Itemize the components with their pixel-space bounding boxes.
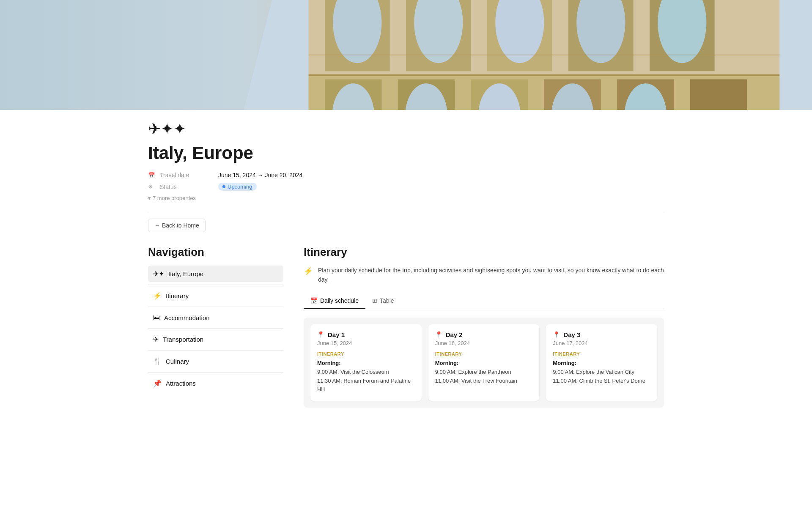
sidebar-item-italy-europe-label: Italy, Europe — [168, 270, 203, 277]
calendar-tab-icon: 📅 — [310, 297, 318, 304]
itinerary-tabs: 📅 Daily schedule ⊞ Table — [304, 293, 664, 309]
status-badge: Upcoming — [218, 183, 257, 191]
sidebar-item-italy-europe[interactable]: ✈✦ Italy, Europe — [148, 266, 283, 282]
bed-icon: 🛏 — [153, 314, 160, 321]
travel-date-row: 📅 Travel date June 15, 2024 → June 20, 2… — [148, 172, 664, 178]
divider — [148, 210, 664, 210]
sidebar-item-itinerary-label: Itinerary — [166, 292, 189, 299]
day-3-morning-label: Morning: — [553, 360, 650, 366]
back-to-home-button[interactable]: ← Back to Home — [148, 219, 206, 232]
navigation-title: Navigation — [148, 246, 283, 259]
status-dot — [222, 185, 225, 188]
day-card-2: 📍 Day 2 June 16, 2024 ITINERARY Morning:… — [428, 324, 540, 401]
day-cards-container: 📍 Day 1 June 15, 2024 ITINERARY Morning:… — [304, 318, 664, 408]
nav-divider-3 — [148, 328, 283, 329]
tab-daily-schedule[interactable]: 📅 Daily schedule — [304, 293, 365, 309]
status-label: Status — [160, 184, 215, 190]
more-properties-toggle[interactable]: ▾ 7 more properties — [148, 195, 664, 201]
main-layout: Navigation ✈✦ Italy, Europe ⚡ Itinerary … — [148, 246, 664, 408]
day-1-item-2: 11:30 AM: Roman Forum and Palatine Hill — [317, 377, 415, 393]
day-card-1: 📍 Day 1 June 15, 2024 ITINERARY Morning:… — [310, 324, 422, 401]
day-2-title: Day 2 — [446, 331, 463, 338]
nav-divider-4 — [148, 350, 283, 351]
status-row: ☀ Status Upcoming — [148, 183, 664, 191]
day-3-item-1: 9:00 AM: Explore the Vatican City — [553, 368, 650, 376]
lightning-info-icon: ⚡ — [304, 266, 313, 276]
day-2-item-2: 11:00 AM: Visit the Trevi Fountain — [435, 377, 533, 385]
fork-knife-icon: 🍴 — [153, 357, 162, 365]
nav-divider-2 — [148, 307, 283, 307]
day-3-itinerary-label: ITINERARY — [553, 351, 650, 356]
airplane-sparkle-icon: ✈✦ — [153, 270, 164, 278]
lightning-icon: ⚡ — [153, 292, 162, 300]
day-3-date: June 17, 2024 — [553, 340, 650, 346]
chevron-down-icon: ▾ — [148, 195, 151, 201]
status-icon: ☀ — [148, 184, 156, 190]
day-2-date: June 16, 2024 — [435, 340, 533, 346]
sidebar: Navigation ✈✦ Italy, Europe ⚡ Itinerary … — [148, 246, 283, 408]
day-1-itinerary-label: ITINERARY — [317, 351, 415, 356]
day-2-pin-icon: 📍 — [435, 331, 442, 338]
day-3-item-2: 11:00 AM: Climb the St. Peter's Dome — [553, 377, 650, 385]
sidebar-item-transportation[interactable]: ✈ Transportation — [148, 331, 283, 348]
nav-divider-5 — [148, 372, 283, 373]
day-1-header: 📍 Day 1 — [317, 331, 415, 338]
day-1-pin-icon: 📍 — [317, 331, 324, 338]
hero-banner — [0, 0, 812, 110]
sidebar-item-attractions-label: Attractions — [166, 380, 196, 387]
day-2-header: 📍 Day 2 — [435, 331, 533, 338]
sidebar-item-itinerary[interactable]: ⚡ Itinerary — [148, 288, 283, 304]
day-1-morning-label: Morning: — [317, 360, 415, 366]
tab-daily-schedule-label: Daily schedule — [320, 297, 359, 304]
status-value: Upcoming — [218, 183, 257, 191]
day-2-itinerary-label: ITINERARY — [435, 351, 533, 356]
page-emoji-icon: ✈✦✦ — [148, 120, 664, 138]
day-1-item-1: 9:00 AM: Visit the Colosseum — [317, 368, 415, 376]
more-properties-label: 7 more properties — [153, 195, 196, 201]
day-3-pin-icon: 📍 — [553, 331, 560, 338]
calendar-icon: 📅 — [148, 172, 156, 178]
travel-date-label: Travel date — [160, 172, 215, 178]
sidebar-item-accommodation[interactable]: 🛏 Accommodation — [148, 310, 283, 326]
nav-divider-1 — [148, 285, 283, 285]
svg-rect-18 — [690, 79, 747, 110]
sidebar-item-accommodation-label: Accommodation — [164, 314, 210, 321]
day-card-3: 📍 Day 3 June 17, 2024 ITINERARY Morning:… — [546, 324, 657, 401]
properties-section: 📅 Travel date June 15, 2024 → June 20, 2… — [148, 172, 664, 201]
day-3-header: 📍 Day 3 — [553, 331, 650, 338]
sidebar-item-attractions[interactable]: 📌 Attractions — [148, 375, 283, 392]
table-tab-icon: ⊞ — [372, 297, 377, 304]
day-1-date: June 15, 2024 — [317, 340, 415, 346]
itinerary-title: Itinerary — [304, 246, 664, 259]
itinerary-description-block: ⚡ Plan your daily schedule for the trip,… — [304, 266, 664, 285]
sidebar-item-culinary[interactable]: 🍴 Culinary — [148, 353, 283, 370]
sidebar-item-culinary-label: Culinary — [166, 358, 189, 365]
hero-colosseum-image — [244, 0, 812, 110]
tab-table[interactable]: ⊞ Table — [365, 293, 401, 309]
page-title: Italy, Europe — [148, 143, 664, 163]
main-content: Itinerary ⚡ Plan your daily schedule for… — [304, 246, 664, 408]
day-1-title: Day 1 — [328, 331, 345, 338]
plane-icon: ✈ — [153, 335, 159, 343]
status-text: Upcoming — [228, 184, 252, 190]
day-2-item-1: 9:00 AM: Explore the Pantheon — [435, 368, 533, 376]
day-2-morning-label: Morning: — [435, 360, 533, 366]
pin-icon: 📌 — [153, 379, 162, 387]
itinerary-description: Plan your daily schedule for the trip, i… — [318, 266, 664, 285]
tab-table-label: Table — [380, 297, 394, 304]
travel-date-value: June 15, 2024 → June 20, 2024 — [218, 172, 302, 178]
sidebar-item-transportation-label: Transportation — [163, 336, 203, 343]
day-3-title: Day 3 — [563, 331, 580, 338]
